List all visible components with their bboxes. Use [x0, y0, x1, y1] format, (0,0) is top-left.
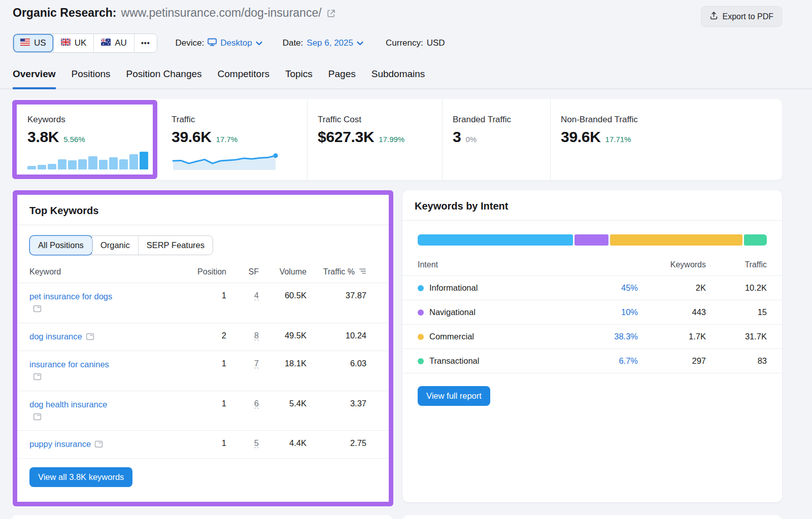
- currency-value: USD: [427, 38, 445, 48]
- view-full-report-button[interactable]: View full report: [418, 386, 490, 406]
- keyword-link[interactable]: puppy insurance: [29, 438, 103, 451]
- sf-value[interactable]: 6: [254, 399, 259, 408]
- date-dropdown[interactable]: Sep 6, 2025: [307, 38, 363, 48]
- export-button-label: Export to PDF: [723, 12, 773, 21]
- volume-value: 4.4K: [259, 438, 307, 448]
- tab-positions[interactable]: Positions: [72, 68, 111, 89]
- position-value: 1: [126, 291, 226, 300]
- tab-subdomains[interactable]: Subdomains: [371, 68, 425, 89]
- keywords-table-header: Keyword Position SF Volume Traffic %: [17, 255, 389, 283]
- intent-traffic-value: 15: [706, 307, 767, 317]
- intent-label: Transactional: [429, 356, 479, 366]
- trend-bar: [140, 152, 148, 169]
- keyword-table-row: dog insurance2849.5K10.24: [17, 323, 389, 351]
- tab-topics[interactable]: Topics: [285, 68, 313, 89]
- keyword-cell: insurance for canines: [29, 359, 126, 383]
- sf-value[interactable]: 8: [254, 331, 259, 340]
- metric-value: 3: [453, 128, 461, 146]
- device-dropdown[interactable]: Desktop: [208, 38, 262, 49]
- tab-pages[interactable]: Pages: [328, 68, 356, 89]
- filters-bar: USUKAU••• Device: Desktop Date: Sep 6, 2…: [0, 27, 812, 53]
- keyword-table-row: pet insurance for dogs1460.5K37.87: [17, 283, 389, 323]
- intent-table-row: Commercial38.3%1.7K31.7K: [402, 324, 782, 349]
- tab-overview[interactable]: Overview: [13, 68, 56, 89]
- intent-keywords-value: 1.7K: [638, 332, 706, 341]
- keyword-table-row: insurance for canines1718.1K6.03: [17, 351, 389, 391]
- next-section-card-edge: [402, 515, 782, 519]
- intent-traffic-value: 10.2K: [706, 283, 767, 293]
- currency-label: Currency:: [386, 38, 423, 48]
- page-header: Organic Research: www.petinsurance.com/d…: [0, 0, 812, 27]
- country-tab-uk[interactable]: UK: [53, 34, 94, 52]
- intent-color-dot: [418, 285, 424, 291]
- keyword-cell: dog insurance: [29, 331, 126, 343]
- sf-value[interactable]: 7: [254, 359, 259, 368]
- date-label: Date:: [283, 38, 303, 48]
- uk-flag-icon: [61, 38, 71, 48]
- intent-traffic-value: 31.7K: [706, 332, 767, 341]
- sf-value[interactable]: 5: [254, 438, 259, 448]
- keyword-link[interactable]: dog health insurance: [29, 399, 115, 423]
- sf-cell: 8: [226, 331, 259, 340]
- volume-value: 49.5K: [259, 331, 307, 340]
- traffic-trend-line-chart: [172, 150, 307, 173]
- tab-competitors[interactable]: Competitors: [218, 68, 269, 89]
- intent-percent-link[interactable]: 45%: [621, 283, 638, 292]
- view-all-keywords-button[interactable]: View all 3.8K keywords: [29, 467, 132, 487]
- position-value: 2: [126, 331, 226, 340]
- device-label: Device:: [176, 38, 205, 48]
- serp-features-icon: [91, 439, 103, 448]
- more-countries-button[interactable]: •••: [134, 34, 157, 52]
- view-all-keywords-row: View all 3.8K keywords: [17, 458, 389, 499]
- tab-position-changes[interactable]: Position Changes: [126, 68, 202, 89]
- intent-percent-link[interactable]: 6.7%: [619, 356, 638, 365]
- intent-table-header: Intent Keywords Traffic: [402, 246, 782, 275]
- intent-percent-cell: 38.3%: [577, 332, 638, 341]
- metric-non-branded-traffic: Non-Branded Traffic 39.6K 17.71%: [550, 99, 782, 180]
- sf-cell: 4: [226, 291, 259, 300]
- column-intent: Intent: [418, 260, 577, 269]
- export-to-pdf-button[interactable]: Export to PDF: [701, 6, 782, 27]
- traffic-pct-value: 37.87: [307, 291, 366, 300]
- trend-bar: [38, 165, 46, 169]
- intent-segment-navigational: [574, 234, 609, 246]
- metric-delta: 5.56%: [63, 135, 85, 144]
- keyword-link[interactable]: insurance for canines: [29, 359, 115, 383]
- position-value: 1: [126, 359, 226, 368]
- country-tab-label: US: [34, 38, 46, 48]
- keyword-link[interactable]: dog insurance: [29, 331, 94, 343]
- date-value: Sep 6, 2025: [307, 38, 353, 48]
- intent-table-row: Informational45%2K10.2K: [402, 275, 782, 300]
- metrics-summary-card: Keywords 3.8K 5.56% Traffic 39.6K 17.7% …: [11, 99, 782, 180]
- trend-bar: [68, 160, 77, 169]
- country-tab-au[interactable]: AU: [93, 34, 134, 52]
- report-nav-tabs: OverviewPositionsPosition ChangesCompeti…: [0, 68, 812, 89]
- metric-label: Traffic Cost: [318, 115, 442, 125]
- filter-serp-features[interactable]: SERP Features: [138, 236, 213, 255]
- keyword-link[interactable]: pet insurance for dogs: [29, 291, 115, 315]
- trend-bar: [48, 164, 56, 169]
- country-tab-us[interactable]: US: [13, 34, 53, 52]
- intent-percent-link[interactable]: 38.3%: [614, 332, 638, 341]
- position-value: 1: [126, 438, 226, 448]
- traffic-pct-value: 2.75: [307, 438, 366, 448]
- metric-traffic-cost: Traffic Cost $627.3K 17.99%: [307, 99, 442, 180]
- country-tab-label: UK: [75, 38, 87, 48]
- intent-color-dot: [418, 334, 424, 340]
- trend-bar: [119, 159, 128, 169]
- keywords-trend-bar-chart: [27, 150, 148, 169]
- sort-descending-icon[interactable]: [358, 267, 366, 276]
- keywords-by-intent-title: Keywords by Intent: [402, 190, 782, 221]
- filter-organic[interactable]: Organic: [92, 236, 138, 255]
- external-link-icon[interactable]: [326, 9, 336, 18]
- trend-bar: [27, 166, 36, 169]
- intent-keywords-value: 2K: [638, 283, 706, 293]
- metric-delta: 0%: [465, 135, 477, 144]
- filter-all-positions[interactable]: All Positions: [30, 236, 92, 255]
- sf-value[interactable]: 4: [254, 291, 259, 300]
- intent-traffic-value: 83: [706, 356, 767, 366]
- trend-bar: [88, 156, 97, 169]
- intent-percent-link[interactable]: 10%: [621, 307, 638, 317]
- intent-percent-cell: 6.7%: [577, 356, 638, 366]
- intent-table-row: Transactional6.7%29783: [402, 349, 782, 373]
